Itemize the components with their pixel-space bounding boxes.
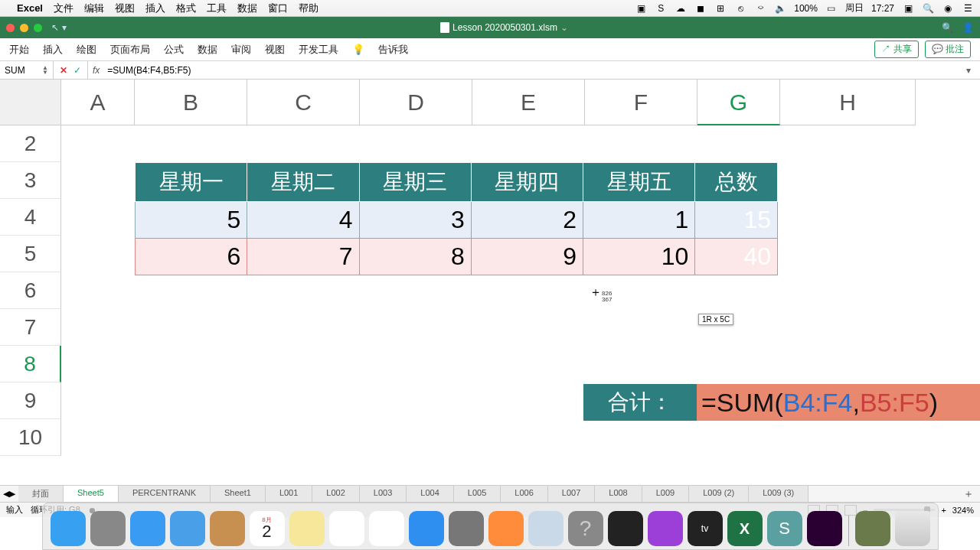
dock-app-photos[interactable] xyxy=(369,511,404,546)
square-s-icon[interactable]: ▣ xyxy=(635,2,647,15)
dock-app-notes[interactable] xyxy=(289,511,325,546)
row-9[interactable]: 9 xyxy=(0,382,61,419)
menu-view[interactable]: 视图 xyxy=(115,2,135,15)
tab-formulas[interactable]: 公式 xyxy=(164,43,184,57)
formula-input[interactable]: =SUM(B4:F4,B5:F5) xyxy=(104,65,966,76)
dock-app-mail[interactable] xyxy=(170,511,205,546)
cell-D5[interactable]: 8 xyxy=(359,239,471,275)
add-sheet-button[interactable]: ＋ xyxy=(957,487,980,501)
toolbar-dropdown-icon[interactable]: ▾ xyxy=(62,22,67,33)
sheet-tab-L009[interactable]: L009 xyxy=(642,486,689,502)
search-icon[interactable]: 🔍 xyxy=(942,22,953,33)
sheet-tab-L007[interactable]: L007 xyxy=(548,486,595,502)
dock-app-launchpad[interactable] xyxy=(90,511,126,546)
formula-display-cell[interactable]: =SUM(B4:F4,B5:F5) xyxy=(697,384,980,421)
dock-app-trash[interactable] xyxy=(895,511,930,546)
row-8[interactable]: 8 xyxy=(0,346,61,382)
cell-G5[interactable]: 40 xyxy=(695,239,778,275)
row-6[interactable]: 6 xyxy=(0,272,61,309)
name-box[interactable]: SUM ▲▼ xyxy=(0,61,54,79)
sheet-tab-PERCENTRANK[interactable]: PERCENTRANK xyxy=(119,486,211,502)
tab-data[interactable]: 数据 xyxy=(198,43,217,57)
dock-app-firefox[interactable] xyxy=(488,511,524,546)
row-5[interactable]: 5 xyxy=(0,236,61,272)
col-E[interactable]: E xyxy=(472,80,585,125)
sheet-nav-prev[interactable]: ◀ xyxy=(3,489,9,499)
battery-icon[interactable]: ▭ xyxy=(825,2,838,15)
comment-button[interactable]: 💬 批注 xyxy=(925,41,971,58)
tab-pagelayout[interactable]: 页面布局 xyxy=(110,43,150,57)
dock-app-premiere[interactable] xyxy=(807,511,842,546)
bluetooth-icon[interactable]: ⎋ xyxy=(734,2,746,15)
menu-tools[interactable]: 工具 xyxy=(207,2,227,15)
volume-icon[interactable]: 🔈 xyxy=(774,2,786,15)
snagit-menu-icon[interactable]: ▣ xyxy=(902,2,914,15)
sum-label-cell[interactable]: 合计： xyxy=(583,384,697,421)
sheet-tab-L003[interactable]: L003 xyxy=(360,486,407,502)
dock-app-appstore[interactable] xyxy=(409,511,444,546)
name-box-dropdown-icon[interactable]: ▲▼ xyxy=(42,66,48,75)
menu-window[interactable]: 窗口 xyxy=(268,2,288,15)
tab-developer[interactable]: 开发工具 xyxy=(299,43,338,57)
sheet-tab-L006[interactable]: L006 xyxy=(501,486,547,502)
col-C[interactable]: C xyxy=(247,80,360,125)
cell-B5[interactable]: 6 xyxy=(136,239,247,275)
header-wed[interactable]: 星期三 xyxy=(359,163,471,202)
dock-app-safari[interactable] xyxy=(130,511,165,546)
control-center-icon[interactable]: ☰ xyxy=(962,2,974,15)
sheet-tab-L004[interactable]: L004 xyxy=(407,486,453,502)
tab-review[interactable]: 审阅 xyxy=(231,43,251,57)
sheet-tab-L005[interactable]: L005 xyxy=(454,486,501,502)
letter-s-icon[interactable]: S xyxy=(655,2,667,15)
header-tue[interactable]: 星期二 xyxy=(247,163,359,202)
dock-app-snagit[interactable]: S xyxy=(767,511,802,546)
dock-app-help[interactable]: ? xyxy=(568,511,603,546)
header-total[interactable]: 总数 xyxy=(695,163,778,202)
cancel-formula-button[interactable]: ✕ xyxy=(60,65,67,76)
col-H[interactable]: H xyxy=(780,80,916,125)
sheet-tab-L009 (3)[interactable]: L009 (3) xyxy=(749,486,808,502)
header-fri[interactable]: 星期五 xyxy=(583,163,695,202)
spotlight-icon[interactable]: 🔍 xyxy=(922,2,934,15)
siri-icon[interactable]: ◉ xyxy=(942,2,954,15)
cursor-arrow-icon[interactable]: ↖ xyxy=(51,22,59,33)
sheet-tab-L008[interactable]: L008 xyxy=(595,486,642,502)
tab-insert[interactable]: 插入 xyxy=(43,43,63,57)
grid-icon[interactable]: ⊞ xyxy=(714,2,727,15)
app-name[interactable]: Excel xyxy=(17,2,43,14)
cell-E4[interactable]: 2 xyxy=(471,202,583,239)
square-c-icon[interactable]: ◼ xyxy=(694,2,707,15)
col-G[interactable]: G xyxy=(697,80,780,125)
sheet-tab-L009 (2)[interactable]: L009 (2) xyxy=(689,486,749,502)
spreadsheet-grid[interactable]: A B C D E F G H 2 3 4 5 6 7 8 9 10 星期一 星… xyxy=(0,80,980,485)
tab-view[interactable]: 视图 xyxy=(265,43,285,57)
cell-B4[interactable]: 5 xyxy=(136,202,247,239)
tab-home[interactable]: 开始 xyxy=(9,43,29,57)
dock-app-settings[interactable] xyxy=(449,511,484,546)
share-button[interactable]: ↗ 共享 xyxy=(874,41,918,58)
sheet-tab-L001[interactable]: L001 xyxy=(266,486,312,502)
day-label[interactable]: 周日 xyxy=(845,2,864,15)
cell-D4[interactable]: 3 xyxy=(359,202,471,239)
zoom-button[interactable] xyxy=(34,24,42,32)
confirm-formula-button[interactable]: ✓ xyxy=(74,65,81,76)
minimize-button[interactable] xyxy=(20,24,28,32)
user-icon[interactable]: 👤 xyxy=(962,22,974,33)
col-B[interactable]: B xyxy=(135,80,247,125)
cell-E5[interactable]: 9 xyxy=(471,239,583,275)
time-label[interactable]: 17:27 xyxy=(871,3,894,14)
row-3[interactable]: 3 xyxy=(0,162,61,199)
menu-file[interactable]: 文件 xyxy=(54,2,74,15)
menu-data[interactable]: 数据 xyxy=(237,2,257,15)
tellme-input[interactable]: 告诉我 xyxy=(378,43,408,57)
menu-help[interactable]: 帮助 xyxy=(299,2,318,15)
row-7[interactable]: 7 xyxy=(0,309,61,346)
dock-app-preview-img[interactable] xyxy=(855,511,890,546)
row-2[interactable]: 2 xyxy=(0,125,61,162)
dropdown-icon[interactable]: ⌄ xyxy=(560,22,568,33)
cell-F4[interactable]: 1 xyxy=(583,202,695,239)
cloud-icon[interactable]: ☁ xyxy=(675,2,687,15)
dock-app-calendar[interactable]: 8月2 xyxy=(250,511,285,546)
col-F[interactable]: F xyxy=(585,80,697,125)
wifi-icon[interactable]: ⌔ xyxy=(754,2,766,15)
